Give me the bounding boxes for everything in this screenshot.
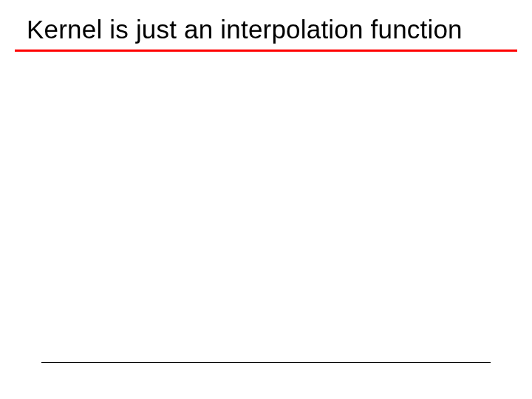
title-underline-rule — [15, 50, 517, 52]
footer-rule — [41, 362, 491, 363]
slide: Kernel is just an interpolation function — [0, 0, 532, 399]
slide-title: Kernel is just an interpolation function — [27, 15, 505, 44]
